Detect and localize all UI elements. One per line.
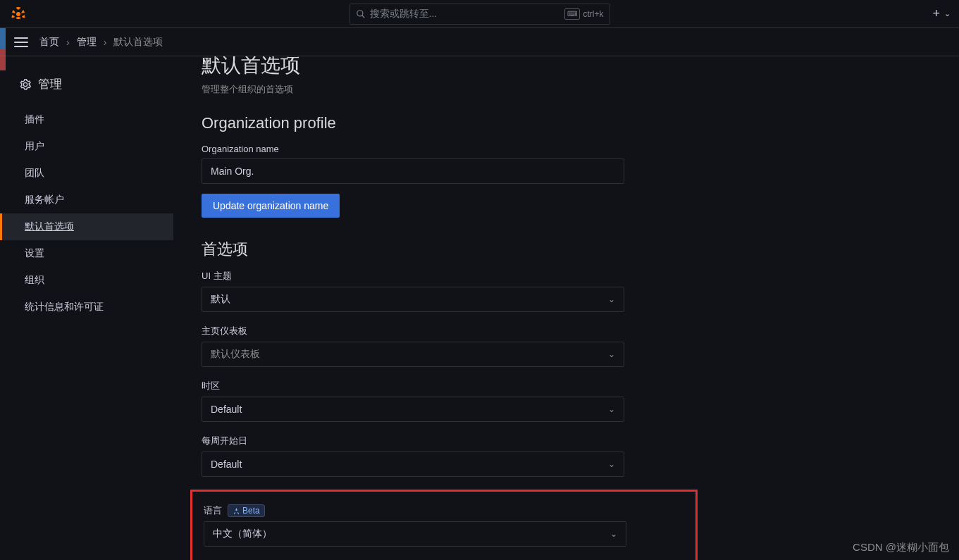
gear-icon — [20, 79, 31, 90]
search-placeholder: 搜索或跳转至... — [370, 8, 561, 20]
language-label: 语言 Beta — [204, 504, 684, 517]
search-icon — [356, 9, 366, 19]
sidebar-item-settings[interactable]: 设置 — [0, 240, 173, 267]
page-subtitle: 管理整个组织的首选项 — [202, 83, 945, 96]
search-box[interactable]: 搜索或跳转至... ⌨ ctrl+k — [349, 4, 610, 25]
page-title: 默认首选项 — [202, 56, 945, 79]
org-name-label: Organization name — [202, 144, 945, 154]
chevron-down-icon: ⌄ — [608, 404, 615, 414]
breadcrumb: 首页 › 管理 › 默认首选项 — [39, 36, 163, 49]
org-name-input[interactable]: Main Org. — [202, 158, 624, 184]
beta-badge: Beta — [228, 504, 265, 517]
chevron-down-icon: ⌄ — [608, 294, 615, 304]
sidebar-item-teams[interactable]: 团队 — [0, 160, 173, 187]
add-icon[interactable]: + — [932, 6, 940, 21]
left-edge-decoration — [0, 28, 6, 70]
keyboard-shortcut-hint: ⌨ ctrl+k — [564, 8, 603, 20]
ui-theme-label: UI 主题 — [202, 270, 945, 282]
timezone-label: 时区 — [202, 380, 945, 392]
chevron-right-icon: › — [104, 37, 107, 48]
update-org-name-button[interactable]: Update organization name — [202, 194, 340, 218]
language-select[interactable]: 中文（简体） ⌄ — [204, 521, 626, 547]
chevron-down-icon: ⌄ — [608, 349, 615, 359]
timezone-select[interactable]: Default ⌄ — [202, 397, 624, 422]
sidebar-item-service-accounts[interactable]: 服务帐户 — [0, 187, 173, 213]
ui-theme-select[interactable]: 默认 ⌄ — [202, 287, 624, 312]
breadcrumb-bar: 首页 › 管理 › 默认首选项 — [0, 28, 959, 56]
sidebar-item-organizations[interactable]: 组织 — [0, 267, 173, 294]
keyboard-icon: ⌨ — [564, 8, 580, 20]
breadcrumb-home[interactable]: 首页 — [39, 36, 59, 49]
section-preferences: 首选项 — [202, 239, 945, 260]
sidebar: 管理 插件 用户 团队 服务帐户 默认首选项 设置 组织 统计信息和许可证 — [0, 56, 173, 560]
sidebar-item-default-preferences[interactable]: 默认首选项 — [0, 213, 173, 240]
sidebar-title: 管理 — [0, 70, 173, 106]
home-dashboard-select[interactable]: 默认仪表板 ⌄ — [202, 342, 624, 367]
weekstart-label: 每周开始日 — [202, 435, 945, 447]
menu-toggle-icon[interactable] — [14, 37, 28, 47]
rocket-icon — [233, 507, 240, 515]
watermark: CSDN @迷糊小面包 — [853, 541, 949, 554]
grafana-logo-icon[interactable] — [8, 4, 28, 24]
language-highlight-box: 语言 Beta 中文（简体） ⌄ — [190, 490, 698, 560]
breadcrumb-current: 默认首选项 — [113, 36, 163, 49]
sidebar-item-users[interactable]: 用户 — [0, 133, 173, 160]
home-dashboard-label: 主页仪表板 — [202, 325, 945, 337]
chevron-down-icon: ⌄ — [610, 529, 617, 539]
sidebar-item-stats-license[interactable]: 统计信息和许可证 — [0, 294, 173, 321]
section-org-profile: Organization profile — [202, 114, 945, 132]
chevron-down-icon: ⌄ — [608, 459, 615, 469]
sidebar-item-plugins[interactable]: 插件 — [0, 106, 173, 133]
topbar-actions: + ⌄ — [932, 6, 951, 21]
chevron-right-icon: › — [66, 37, 70, 48]
weekstart-select[interactable]: Default ⌄ — [202, 452, 624, 477]
svg-point-0 — [357, 10, 362, 15]
main-content: 默认首选项 管理整个组织的首选项 Organization profile Or… — [173, 56, 959, 560]
breadcrumb-admin[interactable]: 管理 — [77, 36, 97, 49]
chevron-down-icon[interactable]: ⌄ — [944, 9, 951, 18]
top-bar: 搜索或跳转至... ⌨ ctrl+k + ⌄ — [0, 0, 959, 28]
svg-line-1 — [361, 15, 364, 18]
